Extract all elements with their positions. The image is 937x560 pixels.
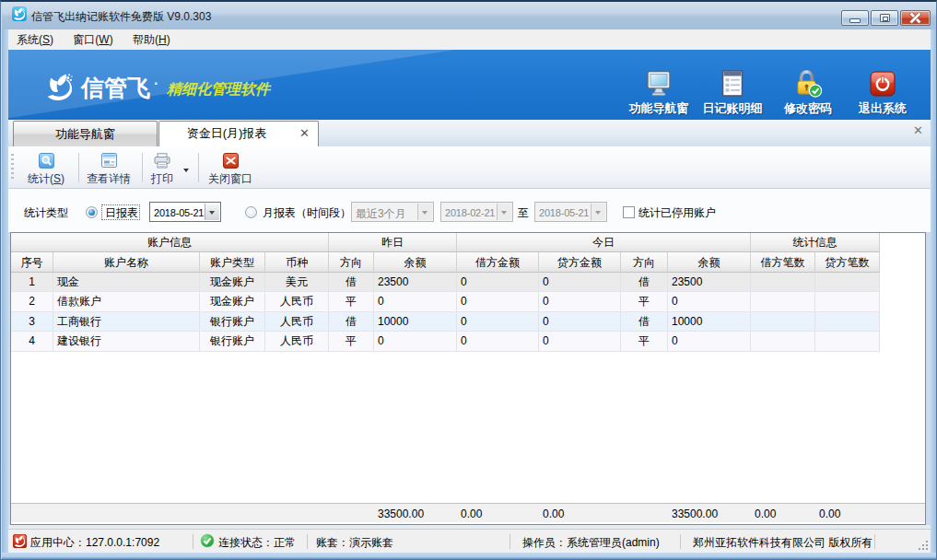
monthly-radio-label[interactable]: 月报表（时间段）	[263, 205, 351, 221]
minimize-button[interactable]	[841, 10, 869, 26]
cell: 0	[539, 273, 621, 292]
lock-icon	[773, 70, 843, 98]
cell: 人民币	[265, 292, 329, 311]
menu-window[interactable]: 窗口(W)	[64, 29, 121, 50]
statistics-button[interactable]: 统计(S)	[18, 149, 75, 186]
cell: 23500	[374, 273, 457, 292]
cell: 0	[457, 273, 539, 292]
brand-logo-icon	[46, 73, 74, 100]
window-frame	[2, 29, 8, 553]
nav-change-password[interactable]: 修改密码	[773, 70, 843, 117]
cell: 0	[374, 332, 457, 351]
column-header[interactable]: 方向	[621, 252, 668, 273]
cell	[751, 312, 815, 332]
statistics-icon	[18, 153, 75, 170]
close-window-button[interactable]: 关闭窗口	[204, 149, 257, 186]
close-window-icon	[204, 153, 257, 170]
cell: 借	[329, 312, 374, 332]
group-header[interactable]: 统计信息	[751, 233, 880, 252]
cell	[751, 292, 815, 311]
menu-help[interactable]: 帮助(H)	[124, 29, 179, 50]
cell: 0	[457, 332, 539, 351]
menu-system[interactable]: 系统(S)	[8, 29, 62, 50]
filter-row: 统计类型 日报表 2018-05-21 月报表（时间段） 最近3个月 2018-…	[8, 189, 931, 232]
column-header[interactable]: 借方金额	[457, 252, 539, 273]
cell: 借	[329, 273, 374, 292]
nav-exit-system[interactable]: 退出系统	[848, 70, 918, 117]
banner: 信管飞 · 精细化管理软件 功能导航窗 日记账明细 修改密码 退出系统	[4, 50, 935, 120]
cell: 0	[668, 332, 751, 351]
toolbar-button-label: 关闭窗口	[204, 171, 257, 187]
cell	[815, 273, 880, 292]
tab-fund-report[interactable]: 资金日(月)报表✕	[158, 121, 319, 146]
column-header[interactable]: 账户名称	[53, 252, 200, 273]
title-bar: 信管飞出纳记账软件免费版 V9.0.303	[2, 2, 937, 29]
column-header[interactable]: 余额	[668, 252, 751, 273]
close-icon	[909, 13, 921, 26]
cell: 10000	[374, 312, 457, 332]
column-header[interactable]: 贷方笔数	[815, 252, 880, 273]
column-header[interactable]: 余额	[374, 252, 457, 273]
nav-item-label: 退出系统	[848, 100, 918, 117]
nav-item-label: 日记账明细	[697, 100, 767, 117]
disabled-accounts-checkbox[interactable]	[623, 206, 635, 218]
cell: 0	[457, 312, 539, 332]
journal-icon	[697, 70, 767, 98]
status-copyright: 郑州亚拓软件科技有限公司 版权所有	[693, 535, 873, 551]
toolbar-button-label: 统计(S)	[18, 171, 75, 187]
app-center-icon	[13, 534, 27, 551]
cell: 人民币	[265, 312, 329, 332]
cell: 0	[539, 332, 621, 351]
column-header[interactable]: 贷方金额	[539, 252, 621, 273]
group-header[interactable]: 今日	[457, 233, 751, 252]
print-dropdown-icon[interactable]	[183, 169, 189, 175]
nav-journal-detail[interactable]: 日记账明细	[697, 70, 767, 117]
cell: 平	[329, 332, 374, 351]
summary-row: 33500.000.000.0033500.000.000.00	[11, 503, 925, 522]
daily-date-combo[interactable]: 2018-05-21	[149, 202, 221, 222]
group-header[interactable]: 账户信息	[11, 233, 329, 252]
column-header[interactable]: 账户类型	[200, 252, 265, 273]
statusbar-separator	[307, 534, 308, 549]
cell: 0	[374, 292, 457, 311]
daily-radio[interactable]	[86, 206, 98, 218]
column-header[interactable]: 借方笔数	[751, 252, 815, 273]
to-label: 至	[518, 205, 529, 221]
power-icon	[848, 70, 918, 98]
tab-function-navigator[interactable]: 功能导航窗	[13, 121, 158, 146]
tabstrip-close-icon[interactable]: ✕	[913, 123, 923, 137]
dropdown-arrow-icon[interactable]	[205, 204, 219, 220]
nav-function-navigator[interactable]: 功能导航窗	[624, 70, 694, 117]
cell: 0	[539, 292, 621, 311]
cell: 0	[668, 292, 751, 311]
cell: 平	[329, 292, 374, 311]
dropdown-arrow-icon	[417, 204, 432, 220]
disabled-accounts-label[interactable]: 统计已停用账户	[638, 205, 716, 221]
statusbar-separator	[193, 534, 193, 549]
cell: 4	[11, 332, 53, 351]
resize-grip[interactable]	[918, 540, 929, 551]
tab-close-icon[interactable]: ✕	[299, 122, 310, 145]
tab-strip: 功能导航窗 资金日(月)报表✕ ✕	[8, 120, 931, 146]
column-header[interactable]: 方向	[329, 252, 374, 273]
print-button[interactable]: 打印	[146, 149, 178, 186]
column-header[interactable]: 序号	[11, 252, 53, 273]
status-account-set: 账套：演示账套	[316, 535, 393, 551]
statusbar-separator	[509, 534, 510, 549]
filter-type-label: 统计类型	[24, 205, 68, 221]
view-details-button[interactable]: 查看详情	[82, 149, 135, 186]
combo-value: 2018-02-21	[445, 207, 495, 218]
group-header[interactable]: 昨日	[329, 233, 457, 252]
monthly-radio[interactable]	[245, 206, 257, 218]
cell: 现金账户	[200, 292, 265, 311]
date-from-combo: 2018-02-21	[440, 202, 513, 222]
cell: 借	[621, 312, 668, 332]
column-header[interactable]: 币种	[265, 252, 329, 273]
cell: 银行账户	[200, 332, 265, 351]
details-icon	[82, 153, 135, 170]
close-button[interactable]	[900, 10, 931, 26]
combo-value: 2018-05-21	[154, 207, 204, 218]
dropdown-arrow-icon	[591, 204, 605, 220]
toolbar-button-label: 打印	[146, 171, 178, 187]
maximize-button[interactable]	[871, 10, 898, 26]
